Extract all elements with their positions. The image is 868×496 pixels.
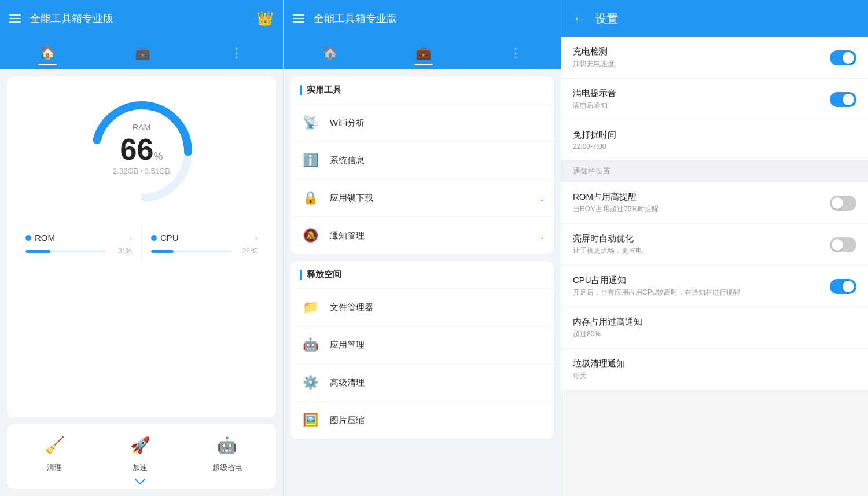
utility-header: 实用工具 (290, 76, 554, 104)
gauge-title: RAM (113, 123, 170, 132)
imgcomp-icon: 🖼️ (300, 410, 321, 431)
sysinfo-item[interactable]: ℹ️ 系统信息 (290, 141, 554, 179)
space-header: 释放空间 (290, 261, 554, 288)
rom-alert-name: ROM占用高提醒 (573, 192, 830, 203)
notify-badge: ↓ (539, 230, 545, 242)
cpu-notify-desc: 开启后，当有应用占用CPU较高时，在通知栏进行提醒 (573, 288, 830, 297)
panel2-tab-tools[interactable]: 💼 (402, 41, 445, 65)
clean-notify-name: 垃圾清理通知 (573, 358, 856, 369)
full-sound-toggle[interactable] (830, 92, 856, 107)
setting-clean-notify[interactable]: 垃圾清理通知 每天 (561, 349, 868, 391)
panel2-tools-icon: 💼 (415, 46, 431, 61)
powersave-label: 超级省电 (212, 462, 242, 473)
tools-icon: 💼 (135, 46, 150, 61)
back-button[interactable]: ← (573, 11, 586, 26)
rom-stat[interactable]: ROM › 31% (16, 226, 142, 262)
settings-header: ← 设置 (561, 0, 868, 37)
panel2-tab-more[interactable]: ⋮ (495, 41, 536, 65)
rom-label: ROM (25, 233, 55, 243)
screen-opt-toggle[interactable] (830, 237, 856, 252)
section-bar-2 (300, 270, 302, 280)
setting-charge-detect: 充电检测 加快充电速度 (561, 37, 868, 79)
cpu-stat[interactable]: CPU › 28℃ (142, 226, 267, 262)
panel2-tab-home[interactable]: 🏠 (308, 41, 352, 65)
hamburger-menu[interactable] (9, 14, 21, 23)
applock-badge: ↓ (539, 192, 545, 204)
cpu-chevron: › (255, 233, 258, 243)
setting-cpu-notify: CPU占用通知 开启后，当有应用占用CPU较高时，在通知栏进行提醒 (561, 266, 868, 307)
panel-settings: ← 设置 充电检测 加快充电速度 满电提示音 满电后通知 (561, 0, 868, 496)
rom-bar (25, 250, 106, 253)
applock-item[interactable]: 🔒 应用锁下载 ↓ (290, 179, 554, 216)
panel2-hamburger[interactable] (293, 14, 304, 23)
rom-chevron: › (129, 233, 132, 243)
gauge-unit: % (153, 150, 163, 162)
panel2-more-icon: ⋮ (509, 46, 522, 61)
rom-alert-toggle[interactable] (830, 196, 856, 211)
wifi-icon: 📡 (300, 112, 321, 133)
setting-full-sound: 满电提示音 满电后通知 (561, 79, 868, 120)
stats-row: ROM › 31% CPU › (16, 226, 267, 262)
speed-label: 加速 (133, 462, 148, 473)
speed-button[interactable]: 🚀 加速 (126, 431, 154, 484)
files-label: 文件管理器 (330, 302, 545, 313)
tab-home[interactable]: 🏠 (26, 41, 69, 65)
space-section: 释放空间 📁 文件管理器 🤖 应用管理 ⚙️ 高级清理 🖼️ 图片压缩 (290, 261, 554, 439)
crown-icon[interactable]: 👑 (256, 10, 274, 27)
applock-icon: 🔒 (300, 188, 321, 208)
wifi-label: WiFi分析 (330, 117, 545, 128)
advclean-label: 高级清理 (330, 377, 545, 388)
more-icon: ⋮ (230, 46, 243, 61)
utility-title: 实用工具 (307, 84, 341, 95)
clean-notify-desc: 每天 (573, 371, 856, 381)
cpu-notify-toggle[interactable] (830, 279, 856, 294)
panel2-home-icon: 🏠 (322, 46, 338, 61)
sysinfo-icon: ℹ️ (300, 150, 321, 171)
wifi-item[interactable]: 📡 WiFi分析 (290, 104, 554, 141)
panel1-title: 全能工具箱专业版 (30, 12, 256, 25)
rom-bar-fill (25, 250, 50, 253)
clean-label: 清理 (47, 462, 62, 473)
speed-icon: 🚀 (126, 431, 154, 459)
sysinfo-label: 系统信息 (330, 155, 545, 166)
tab-more[interactable]: ⋮ (216, 41, 257, 65)
apps-item[interactable]: 🤖 应用管理 (290, 326, 554, 363)
powersave-icon: 🤖 (214, 431, 241, 459)
applock-label: 应用锁下载 (330, 193, 539, 204)
imgcomp-label: 图片压缩 (330, 415, 545, 426)
panel2-tabs: 🏠 💼 ⋮ (284, 37, 561, 69)
tools-content: 实用工具 📡 WiFi分析 ℹ️ 系统信息 🔒 应用锁下载 ↓ 🔕 通知管理 ↓ (284, 69, 561, 496)
notify-item[interactable]: 🔕 通知管理 ↓ (290, 216, 554, 254)
charge-detect-toggle[interactable] (830, 50, 856, 65)
rom-alert-desc: 当ROM占用超过75%时提醒 (573, 204, 830, 214)
gauge-sub: 2.32GB / 3.51GB (113, 167, 170, 175)
cpu-bar-fill (151, 250, 174, 253)
full-sound-name: 满电提示音 (573, 88, 830, 99)
main-card: RAM 66% 2.32GB / 3.51GB ROM › (7, 76, 276, 417)
notification-divider: 通知栏设置 (561, 160, 868, 182)
tab-tools[interactable]: 💼 (121, 41, 164, 65)
files-item[interactable]: 📁 文件管理器 (290, 288, 554, 326)
setting-ram-notify[interactable]: 内存占用过高通知 超过80% (561, 307, 868, 349)
cpu-label: CPU (151, 233, 179, 243)
screen-opt-desc: 让手机更流畅，更省电 (573, 246, 830, 256)
rom-dot (25, 235, 31, 241)
imgcomp-item[interactable]: 🖼️ 图片压缩 (290, 401, 554, 439)
panel1-tabs: 🏠 💼 ⋮ (0, 37, 283, 69)
screen-opt-name: 亮屏时自动优化 (573, 233, 830, 244)
settings-list: 充电检测 加快充电速度 满电提示音 满电后通知 免打扰时间 22:00- (561, 37, 868, 496)
setting-dnd[interactable]: 免打扰时间 22:00-7:00 (561, 120, 868, 160)
gauge-value: 66 (120, 133, 154, 166)
clean-button[interactable]: 🧹 清理 (41, 431, 68, 484)
files-icon: 📁 (300, 297, 321, 318)
cpu-bar (151, 250, 232, 253)
notify-icon: 🔕 (300, 225, 321, 246)
advclean-item[interactable]: ⚙️ 高级清理 (290, 363, 554, 401)
chevron-down-icon (126, 479, 154, 484)
powersave-button[interactable]: 🤖 超级省电 (212, 431, 242, 484)
dnd-name: 免打扰时间 (573, 130, 856, 141)
gauge-label: RAM 66% 2.32GB / 3.51GB (113, 123, 170, 175)
rom-percent: 31% (111, 247, 132, 255)
cpu-percent: 28℃ (237, 247, 258, 255)
ram-gauge: RAM 66% 2.32GB / 3.51GB (84, 94, 200, 210)
